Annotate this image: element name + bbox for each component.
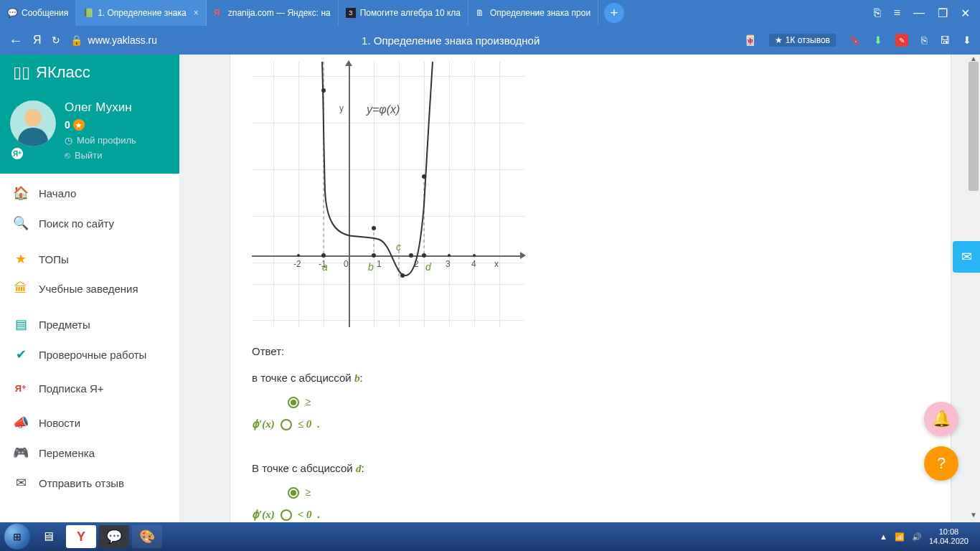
book-icon: 📗 [83,8,93,18]
tab-current[interactable]: 📗 1. Определение знака × [76,0,207,26]
address-bar: ← Я ↻ 🔒 www.yaklass.ru 1. Определение зн… [0,26,980,55]
books-icon: ▤ [13,316,29,332]
curve-svg [252,62,524,327]
notifications-button[interactable]: 🔔 [924,402,958,436]
star-icon: ★ [73,119,85,131]
save-icon[interactable]: 🖫 [940,34,950,46]
system-tray: ▲ 📶 🔊 10:08 14.04.2020 [880,527,976,546]
exit-icon: ⎋ [65,150,70,161]
answer-heading: Ответ: [252,342,929,361]
y-label: y [339,103,344,113]
minimize-button[interactable]: — [913,6,925,19]
url-box[interactable]: 🔒 www.yaklass.ru [70,34,157,46]
tab-messages[interactable]: 💬 Сообщения [0,0,76,26]
nav-feedback[interactable]: ✉Отправить отзыв [0,468,179,498]
taskbar-browser[interactable]: Y [66,525,96,548]
new-tab-button[interactable]: + [604,3,624,23]
tab-help-algebra[interactable]: З Помогите алгебра 10 кла [339,0,468,26]
user-box: Я⁺ Олег Мухин 0 ★ ◷Мой профиль ⎋Выйти [0,90,179,174]
taskbar-pinned[interactable]: 🖥 [33,525,63,548]
network-icon[interactable]: 📶 [895,532,905,542]
option-b-ge[interactable]: ≥ [288,392,929,412]
avatar-badge: Я⁺ [10,146,24,161]
taskbar-discord[interactable]: 💬 [99,525,129,548]
svg-point-10 [422,174,426,179]
point-a-label: a [322,261,328,273]
page-body: ▯▯ ЯКласс Я⁺ Олег Мухин 0 ★ ◷Мой профиль… [0,55,980,522]
avatar[interactable] [10,100,56,146]
tray-up-icon[interactable]: ▲ [880,532,887,541]
point-d-label: d [425,261,431,273]
option-d-lt: ϕ′(x) < 0. [252,505,929,522]
svg-point-13 [448,254,451,257]
nav-search[interactable]: 🔍Поиск по сайту [0,208,179,238]
home-button[interactable]: Я [33,34,42,47]
tab-label: 1. Определение знака [98,8,187,18]
exercise-content: y x -2 -1 0 1 2 3 4 a b c d y=φ(x) Ответ… [230,55,951,522]
nav-news[interactable]: 📣Новости [0,408,179,438]
svg-point-9 [409,253,413,258]
game-icon: 🎮 [13,445,29,461]
nav-break[interactable]: 🎮Переменка [0,438,179,468]
book-open-icon: ▯▯ [13,63,30,82]
scroll-down-icon[interactable]: ▼ [967,511,980,522]
panels-icon[interactable]: ⎘ [921,34,927,46]
tab-derivative-sign[interactable]: 🗎 Определение знака прои [468,0,598,26]
close-icon[interactable]: × [194,8,199,18]
megaphone-icon: 📣 [13,415,29,430]
scrollbar[interactable]: ▲ ▼ [967,55,980,522]
scroll-thumb[interactable] [969,62,979,191]
copy-icon[interactable]: ⎘ [874,6,881,19]
radio-icon[interactable] [281,419,292,430]
sound-icon[interactable]: 🔊 [912,532,922,542]
logout-link[interactable]: ⎋Выйти [65,150,136,161]
reload-button[interactable]: ↻ [52,34,60,46]
help-button[interactable]: ? [924,446,958,481]
svg-point-14 [473,254,476,257]
nav-tops[interactable]: ★ТОПы [0,244,179,274]
radio-selected-icon[interactable] [288,487,299,499]
option-d-ge[interactable]: ≥ [288,483,929,502]
answer-block: Ответ: в точке с абсциссой b: ≥ ϕ′(x) ≤ … [252,342,929,522]
bookmark-icon[interactable]: 🔖 [849,34,861,46]
download-icon[interactable]: ⬇ [874,34,882,46]
feedback-tab[interactable]: ✉ [953,241,980,273]
mail-icon: ✉ [13,475,29,491]
radio-selected-icon[interactable] [288,397,299,408]
page-title: 1. Определение знака производной [167,34,734,47]
question-d: В точке с абсциссой d: [252,458,929,479]
menu-icon[interactable]: ≡ [894,6,900,19]
nav-subscription[interactable]: Я⁺Подписка Я+ [0,375,179,402]
sidebar: ▯▯ ЯКласс Я⁺ Олег Мухин 0 ★ ◷Мой профиль… [0,55,179,522]
option-b-le: ϕ′(x) ≤ 0. [252,415,929,434]
reviews-badge[interactable]: ★ 1К отзывов [769,34,836,47]
translate-icon[interactable]: 🀄 [744,34,756,46]
browser-titlebar: 💬 Сообщения 📗 1. Определение знака × Я z… [0,0,980,26]
taskbar-paint[interactable]: 🎨 [132,525,162,548]
maximize-button[interactable]: ❐ [938,6,948,20]
logo-text: ЯКласс [36,63,90,82]
downloads-icon[interactable]: ⬇ [963,34,971,46]
home-icon: 🏠 [13,185,29,201]
profile-link[interactable]: ◷Мой профиль [65,135,136,146]
close-button[interactable]: ✕ [961,6,970,20]
radio-icon[interactable] [281,509,292,521]
chat-icon: 💬 [7,8,17,18]
svg-point-4 [321,88,326,93]
site-logo[interactable]: ▯▯ ЯКласс [0,55,179,90]
nav-tests[interactable]: ✔Проверочные работы [0,339,179,369]
back-button[interactable]: ← [9,32,23,49]
nav-home[interactable]: 🏠Начало [0,178,179,208]
content-area: y x -2 -1 0 1 2 3 4 a b c d y=φ(x) Ответ… [179,55,980,522]
svg-point-6 [372,226,376,230]
nav-schools[interactable]: 🏛Учебные заведения [0,274,179,303]
extension-icon[interactable]: ✎ [895,34,908,47]
tab-label: Сообщения [22,8,68,18]
tab-znanija[interactable]: Я znanija.com — Яндекс: на [207,0,339,26]
clock[interactable]: 10:08 14.04.2020 [929,527,969,546]
gauge-icon: ◷ [65,135,72,146]
nav: 🏠Начало 🔍Поиск по сайту ★ТОПы 🏛Учебные з… [0,174,179,502]
start-button[interactable]: ⊞ [4,524,30,550]
nav-subjects[interactable]: ▤Предметы [0,309,179,339]
derivative-expr: ϕ′(x) [252,415,275,434]
